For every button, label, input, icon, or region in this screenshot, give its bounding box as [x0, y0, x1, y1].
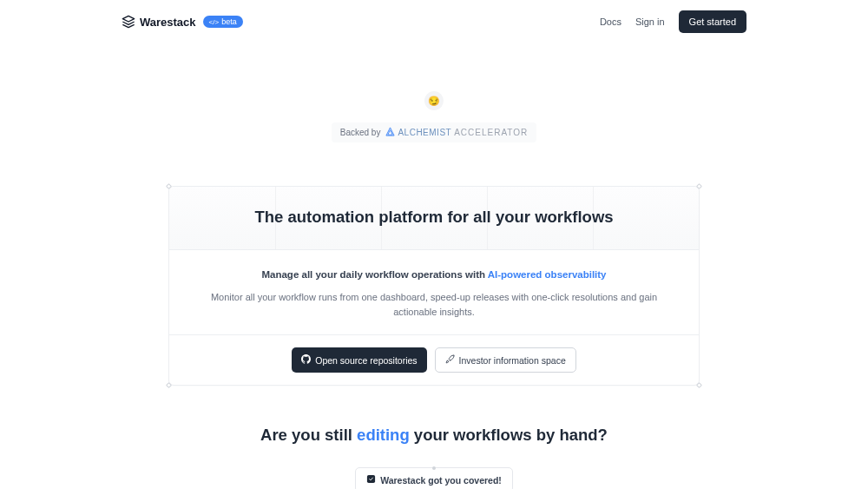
accelerator-name: ALCHEMIST — [398, 128, 451, 137]
hero-subtitle: Manage all your daily workflow operation… — [192, 269, 676, 280]
backed-by-label: Backed by — [340, 128, 381, 137]
investor-button[interactable]: Investor information space — [435, 347, 576, 373]
svg-rect-1 — [367, 475, 375, 483]
nav-signin[interactable]: Sign in — [635, 17, 665, 27]
secondary-title: Are you still editing your workflows by … — [0, 426, 868, 445]
accelerator-logo: ALCHEMIST ACCELERATOR — [385, 127, 528, 138]
accelerator-sub: ACCELERATOR — [454, 128, 528, 137]
beta-badge: </> beta — [203, 16, 243, 28]
cta-secondary-label: Investor information space — [459, 355, 566, 366]
hero-subtitle-prefix: Manage all your daily workflow operation… — [261, 269, 487, 280]
rocket-icon — [445, 354, 455, 366]
hero-title: The automation platform for all your wor… — [187, 208, 681, 227]
secondary-title-prefix: Are you still — [260, 426, 357, 444]
hero-panel: The automation platform for all your wor… — [168, 186, 700, 386]
covered-label: Warestack got you covered! — [380, 475, 502, 486]
github-icon — [301, 354, 311, 366]
beta-label: beta — [221, 17, 237, 26]
hero-description: Monitor all your workflow runs from one … — [192, 290, 676, 319]
logo-link[interactable]: Warestack — [122, 15, 196, 29]
backed-by-row: Backed by ALCHEMIST ACCELERATOR — [332, 122, 537, 142]
logo-text: Warestack — [140, 16, 196, 29]
stack-icon — [122, 15, 135, 29]
open-source-button[interactable]: Open source repositories — [292, 347, 426, 373]
hero-body-section: Manage all your daily workflow operation… — [169, 250, 699, 335]
header-right: Docs Sign in Get started — [600, 10, 746, 33]
alchemist-icon — [385, 127, 395, 138]
covered-badge: Warestack got you covered! — [355, 467, 513, 489]
header: Warestack </> beta Docs Sign in Get star… — [0, 0, 868, 43]
svg-marker-0 — [122, 16, 134, 22]
check-icon — [366, 474, 376, 486]
divider-dot-icon — [432, 466, 436, 470]
hero-title-section: The automation platform for all your wor… — [169, 187, 699, 250]
secondary-section: Are you still editing your workflows by … — [0, 426, 868, 489]
secondary-title-highlight: editing — [357, 426, 410, 444]
header-left: Warestack </> beta — [122, 15, 243, 29]
code-icon: </> — [209, 18, 220, 26]
hero-subtitle-highlight: AI-powered observability — [488, 269, 607, 280]
secondary-title-suffix: your workflows by hand? — [410, 426, 608, 444]
get-started-button[interactable]: Get started — [679, 10, 746, 33]
hero-cta-section: Open source repositories Investor inform… — [169, 335, 699, 385]
cta-primary-label: Open source repositories — [315, 355, 417, 366]
main: 😏 Backed by ALCHEMIST ACCELERATOR The au… — [0, 43, 868, 489]
nav-docs[interactable]: Docs — [600, 17, 621, 27]
avatar-icon: 😏 — [424, 91, 444, 110]
